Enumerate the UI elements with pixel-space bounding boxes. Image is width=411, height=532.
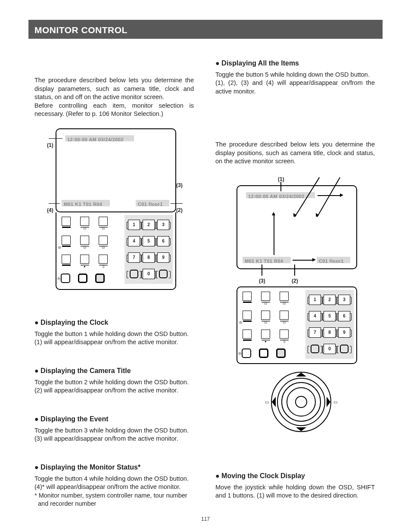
fn-key	[62, 255, 71, 264]
fn-key	[62, 236, 71, 245]
numeric-panel-2: 1 2 3 4 5 6 7 8 9 0	[305, 290, 354, 359]
fn-key	[261, 311, 270, 320]
callout-1: (1)	[47, 142, 53, 149]
fn-key	[243, 311, 252, 320]
osd-control-heading: ■ On-screen Display (OSD) Control	[34, 59, 194, 68]
num-1[interactable]: 1	[128, 220, 140, 230]
num-6[interactable]: 6	[157, 236, 169, 246]
monstatus-heading: ● Displaying the Monitor Status*	[34, 463, 194, 472]
num-1[interactable]: 1	[309, 295, 321, 305]
num-5[interactable]: 5	[324, 311, 336, 321]
num-9[interactable]: 9	[338, 327, 350, 338]
osd-control-intro-2: Before controlling each item, monitor se…	[34, 102, 194, 118]
right-diagram: 12:00:00 AM 03/24/2002 (1) M01 K1 T01 R0…	[237, 185, 366, 432]
num-7[interactable]: 7	[128, 252, 140, 263]
all-p2: (1), (2), (3) and (4) will appear/disapp…	[215, 79, 375, 96]
left-column: ■ On-screen Display (OSD) Control The pr…	[34, 59, 194, 118]
num-3[interactable]: 3	[157, 220, 169, 230]
num-0[interactable]: 0	[324, 344, 336, 354]
event-heading: ● Displaying the Event	[34, 414, 194, 424]
label-status-2: M01 K1 T01 R04	[243, 257, 291, 263]
fn-key	[99, 217, 108, 226]
label-camtitle: C01 floor1	[136, 200, 169, 206]
numeric-panel: 1 2 3 4 5 6 7 8 9 0	[125, 215, 173, 284]
clock-p1: Toggle the button 1 while holding down t…	[34, 330, 194, 339]
monitor-screen: 12:00:00 AM 03/24/2002 (1) M01 K1 T01 R0…	[56, 128, 176, 212]
fn-key	[261, 330, 270, 339]
fn-key	[99, 236, 108, 245]
num-9[interactable]: 9	[157, 252, 169, 263]
monstatus-p3: * Monitor number, system controller name…	[34, 492, 194, 508]
num-5[interactable]: 5	[143, 236, 155, 246]
callout-r2: (2)	[292, 277, 298, 284]
num-7[interactable]: 7	[309, 327, 321, 338]
fn-key	[99, 255, 108, 264]
keypad-panel: ▭ ▭ ◎ ▭ ▭ ▸ ▯ ◎ 1 2 3 4 5	[56, 212, 176, 290]
all-heading: ● Displaying All the Items	[215, 59, 375, 68]
osd-pos-intro: The procedure described below lets you d…	[215, 140, 375, 166]
fn-key	[261, 292, 270, 301]
move-clock-heading: ● Moving the Clock Display	[215, 471, 375, 481]
num-6[interactable]: 6	[338, 311, 350, 321]
callout-2: (2)	[176, 207, 183, 214]
camtitle-p1: Toggle the button 2 while holding down t…	[34, 378, 194, 387]
label-clock: 12:00:00 AM 03/24/2002	[65, 135, 134, 141]
num-3[interactable]: 3	[338, 295, 350, 305]
camtitle-p2: (2) will appear/disappear on/from the ac…	[34, 386, 194, 395]
monstatus-p2: (4)* will appear/disappear on/from the a…	[34, 483, 194, 492]
page-header: MONITOR CONTROL	[28, 20, 383, 39]
fn-key	[243, 292, 252, 301]
fn-key	[280, 292, 289, 301]
num-4[interactable]: 4	[128, 236, 140, 246]
callout-3: (3)	[176, 182, 183, 189]
fn-key	[78, 274, 87, 283]
callout-r1: (1)	[278, 176, 284, 183]
osd-pos-heading: ■ On-screen Display (OSD) Position Contr…	[215, 123, 375, 133]
num-8[interactable]: 8	[143, 252, 155, 263]
event-p2: (3) will appear/disappear on/from the ac…	[34, 435, 194, 443]
label-camtitle-2: C01 floor1	[317, 257, 350, 263]
fn-key	[80, 255, 89, 264]
callout-r3: (3)	[259, 277, 265, 284]
fn-key	[80, 217, 89, 226]
fn-key	[243, 330, 252, 339]
left-diagram: 12:00:00 AM 03/24/2002 (1) M01 K1 T01 R0…	[56, 128, 185, 290]
joystick-icon: ▭ ▭	[271, 372, 331, 432]
fn-key	[280, 330, 289, 339]
clock-p2: (1) will appear/disappear on/from the ac…	[34, 338, 194, 347]
num-2[interactable]: 2	[324, 295, 336, 305]
label-clock-2: 12:00:00 AM 03/24/2002	[246, 192, 315, 198]
monitor-screen-2: 12:00:00 AM 03/24/2002 (1) M01 K1 T01 R0…	[237, 185, 357, 269]
callout-4: (4)	[47, 207, 53, 214]
fn-key	[280, 311, 289, 320]
fn-key	[62, 217, 71, 226]
camtitle-heading: ● Displaying the Camera Title	[34, 366, 194, 376]
page-number: 117	[0, 516, 411, 523]
all-p1: Toggle the button 5 while holding down t…	[215, 71, 375, 79]
keypad-panel-2: ▭ ▭ ◎ ▭ ▭ ▸ ▯ ◎ 1 2 3 4 5 6	[237, 286, 357, 364]
fn-key	[95, 274, 105, 283]
fn-key	[61, 274, 70, 283]
num-2[interactable]: 2	[143, 220, 155, 230]
monstatus-p1: Toggle the button 4 while holding down t…	[34, 475, 194, 483]
osd-control-intro-1: The procedure described below lets you d…	[34, 76, 194, 102]
clock-heading: ● Displaying the Clock	[34, 318, 194, 327]
move-clock-p1: Move the joystick while holding down the…	[215, 483, 375, 500]
label-status: M01 K1 T01 R04	[62, 200, 110, 206]
event-p1: Toggle the button 3 while holding down t…	[34, 426, 194, 435]
num-0[interactable]: 0	[143, 269, 155, 279]
num-4[interactable]: 4	[309, 311, 321, 321]
num-8[interactable]: 8	[324, 327, 336, 338]
fn-key	[80, 236, 89, 245]
